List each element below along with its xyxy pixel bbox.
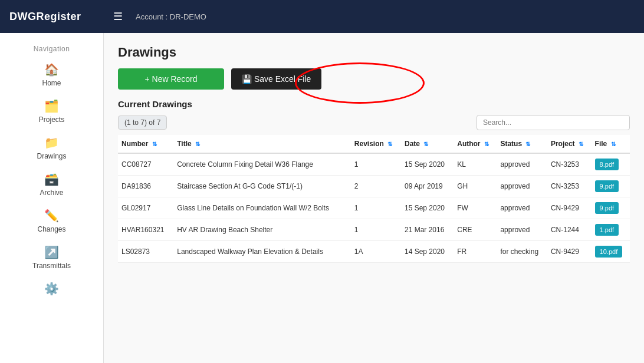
layout: Navigation 🏠 Home 🗂️ Projects 📁 Drawings… (0, 33, 644, 363)
cell-date: 15 Sep 2020 (401, 153, 454, 176)
table-row: HVAR160321 HV AR Drawing Beach Shelter 1… (118, 219, 630, 241)
hamburger-icon[interactable]: ☰ (113, 10, 123, 23)
cell-project: CN-3253 (547, 153, 592, 176)
drawings-table: Number ⇅ Title ⇅ Revision ⇅ Date ⇅ Autho… (118, 135, 630, 263)
cell-status: for checking (497, 241, 547, 263)
cell-date: 14 Sep 2020 (401, 241, 454, 263)
table-row: GL02917 Glass Line Details on Foundation… (118, 197, 630, 219)
cell-author: FW (454, 197, 497, 219)
sidebar-item-projects-label: Projects (39, 116, 64, 124)
sidebar-item-home-label: Home (42, 79, 61, 87)
toolbar: + New Record 💾 Save Excel File (118, 68, 630, 90)
projects-icon: 🗂️ (44, 99, 59, 113)
sidebar: Navigation 🏠 Home 🗂️ Projects 📁 Drawings… (0, 33, 104, 363)
sidebar-item-changes[interactable]: ✏️ Changes (0, 203, 103, 239)
drawings-icon: 📁 (44, 136, 59, 150)
col-title[interactable]: Title ⇅ (173, 135, 351, 153)
cell-title[interactable]: Staircase Section At G-G Code ST1/(-1) (173, 176, 351, 197)
main-content: Drawings + New Record 💾 Save Excel File … (104, 33, 644, 363)
file-button[interactable]: 10.pdf (595, 246, 623, 258)
app-logo: DWGRegister (9, 11, 113, 23)
sidebar-nav-label: Navigation (0, 39, 103, 57)
home-icon: 🏠 (44, 62, 59, 77)
cell-date: 15 Sep 2020 (401, 197, 454, 219)
account-label: Account : DR-DEMO (136, 12, 206, 21)
table-row: DA91836 Staircase Section At G-G Code ST… (118, 176, 630, 197)
page-title: Drawings (118, 45, 630, 60)
sidebar-item-home[interactable]: 🏠 Home (0, 57, 103, 93)
cell-number[interactable]: HVAR160321 (118, 219, 173, 241)
cell-project: CN-1244 (547, 219, 592, 241)
record-count: (1 to 7) of 7 (118, 116, 167, 130)
cell-file[interactable]: 10.pdf (592, 241, 630, 263)
table-row: LS02873 Landscaped Walkway Plan Elevatio… (118, 241, 630, 263)
cell-number[interactable]: GL02917 (118, 197, 173, 219)
sidebar-item-projects[interactable]: 🗂️ Projects (0, 93, 103, 130)
settings-icon: ⚙️ (44, 282, 59, 296)
section-title: Current Drawings (118, 99, 630, 109)
sidebar-item-transmittals[interactable]: ↗️ Transmittals (0, 239, 103, 276)
cell-number[interactable]: LS02873 (118, 241, 173, 263)
cell-author: GH (454, 176, 497, 197)
col-file[interactable]: File ⇅ (592, 135, 630, 153)
cell-file[interactable]: 1.pdf (592, 219, 630, 241)
transmittals-icon: ↗️ (44, 245, 59, 259)
table-row: CC08727 Concrete Column Fixing Detail W3… (118, 153, 630, 176)
topbar-right: ☰ Account : DR-DEMO (113, 10, 206, 23)
sidebar-item-drawings[interactable]: 📁 Drawings (0, 130, 103, 166)
file-button[interactable]: 9.pdf (595, 180, 619, 192)
col-number[interactable]: Number ⇅ (118, 135, 173, 153)
cell-date: 09 Apr 2019 (401, 176, 454, 197)
cell-title[interactable]: HV AR Drawing Beach Shelter (173, 219, 351, 241)
cell-project: CN-3253 (547, 176, 592, 197)
cell-status: approved (497, 219, 547, 241)
cell-revision: 1A (351, 241, 401, 263)
cell-status: approved (497, 176, 547, 197)
table-header-row: (1 to 7) of 7 (118, 115, 630, 130)
sidebar-item-archive-label: Archive (40, 189, 63, 197)
cell-file[interactable]: 9.pdf (592, 197, 630, 219)
save-excel-button[interactable]: 💾 Save Excel File (231, 68, 321, 90)
cell-author: CRE (454, 219, 497, 241)
cell-author: KL (454, 153, 497, 176)
sidebar-item-settings[interactable]: ⚙️ (0, 276, 103, 304)
file-button[interactable]: 9.pdf (595, 202, 619, 214)
cell-project: CN-9429 (547, 241, 592, 263)
file-button[interactable]: 1.pdf (595, 224, 619, 236)
cell-title[interactable]: Concrete Column Fixing Detail W36 Flange (173, 153, 351, 176)
cell-status: approved (497, 153, 547, 176)
search-input[interactable] (477, 115, 630, 130)
sidebar-item-archive[interactable]: 🗃️ Archive (0, 166, 103, 203)
col-author[interactable]: Author ⇅ (454, 135, 497, 153)
cell-file[interactable]: 9.pdf (592, 176, 630, 197)
changes-icon: ✏️ (44, 209, 59, 223)
cell-title[interactable]: Landscaped Walkway Plan Elevation & Deta… (173, 241, 351, 263)
sidebar-item-transmittals-label: Transmittals (32, 262, 71, 270)
col-project[interactable]: Project ⇅ (547, 135, 592, 153)
cell-project: CN-9429 (547, 197, 592, 219)
cell-revision: 1 (351, 219, 401, 241)
file-button[interactable]: 8.pdf (595, 159, 619, 170)
cell-number[interactable]: DA91836 (118, 176, 173, 197)
sidebar-item-drawings-label: Drawings (37, 152, 66, 160)
archive-icon: 🗃️ (44, 172, 59, 186)
cell-file[interactable]: 8.pdf (592, 153, 630, 176)
col-status[interactable]: Status ⇅ (497, 135, 547, 153)
cell-revision: 2 (351, 176, 401, 197)
col-date[interactable]: Date ⇅ (401, 135, 454, 153)
cell-revision: 1 (351, 153, 401, 176)
cell-date: 21 Mar 2016 (401, 219, 454, 241)
table-header: Number ⇅ Title ⇅ Revision ⇅ Date ⇅ Autho… (118, 135, 630, 153)
cell-number[interactable]: CC08727 (118, 153, 173, 176)
col-revision[interactable]: Revision ⇅ (351, 135, 401, 153)
topbar: DWGRegister ☰ Account : DR-DEMO (0, 0, 644, 33)
cell-author: FR (454, 241, 497, 263)
cell-revision: 1 (351, 197, 401, 219)
sidebar-item-changes-label: Changes (37, 225, 65, 233)
new-record-button[interactable]: + New Record (118, 68, 224, 90)
cell-title[interactable]: Glass Line Details on Foundation Wall W/… (173, 197, 351, 219)
cell-status: approved (497, 197, 547, 219)
